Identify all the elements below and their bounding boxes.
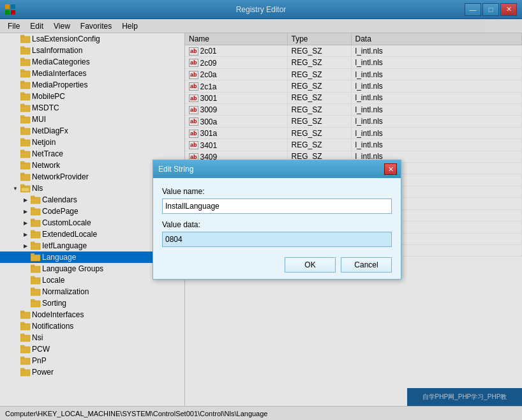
cancel-button[interactable]: Cancel <box>341 257 392 273</box>
edit-string-dialog: Edit String ✕ Value name: Value data: OK… <box>153 160 401 280</box>
value-name-input[interactable] <box>162 199 392 214</box>
dialog-close-button[interactable]: ✕ <box>384 163 397 175</box>
value-data-label: Value data: <box>162 220 392 229</box>
dialog-title-bar: Edit String ✕ <box>153 160 401 178</box>
dialog-overlay: Edit String ✕ Value name: Value data: OK… <box>0 0 522 420</box>
value-name-label: Value name: <box>162 187 392 196</box>
dialog-body: Value name: Value data: OK Cancel <box>153 178 401 279</box>
value-data-input[interactable] <box>162 232 392 247</box>
dialog-buttons: OK Cancel <box>162 257 392 273</box>
dialog-title: Edit String <box>158 165 193 174</box>
ok-button[interactable]: OK <box>285 257 336 273</box>
